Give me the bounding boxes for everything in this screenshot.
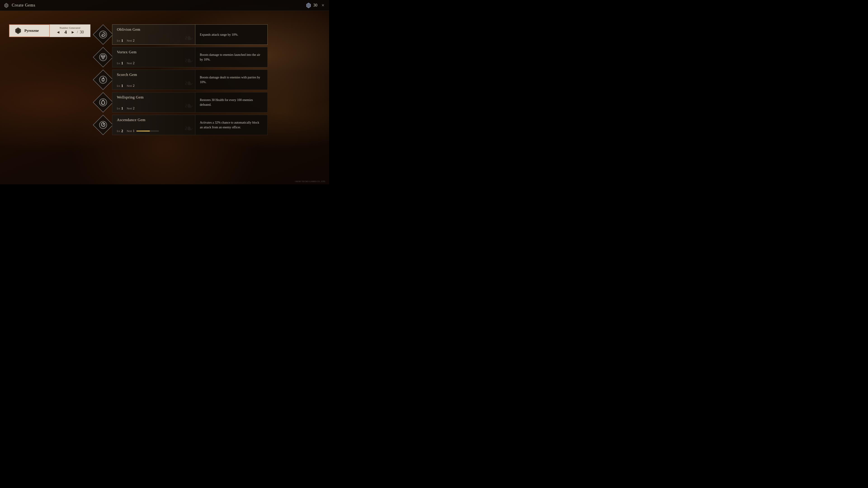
gem-name-4: Ascendance Gem xyxy=(117,118,191,122)
gem-name-0: Oblivion Gem xyxy=(117,27,191,32)
page-title: Create Gems xyxy=(12,3,35,8)
gem-next-label-3: Next xyxy=(127,107,132,110)
gem-footer-2: Lv. 1 Next 2 xyxy=(117,84,191,88)
gem-name-3: Wellspring Gem xyxy=(117,95,191,100)
gem-next-label-2: Next xyxy=(127,84,132,88)
gem-main-panel-3: Wellspring Gem Lv. 1 Next 2 ❧ xyxy=(112,92,195,112)
gem-next-val-1: 2 xyxy=(133,61,134,65)
topbar-gem-icon xyxy=(4,3,9,8)
topbar-right: 30 ✕ xyxy=(306,2,326,8)
gem-next-val-3: 2 xyxy=(133,107,134,110)
gem-list: Oblivion Gem Lv. 1 Next 2 ❧ Expands atta… xyxy=(96,24,268,135)
gem-desc-panel-0: Expands attack range by 10%. xyxy=(195,24,268,45)
gem-main-panel-2: Scorch Gem Lv. 1 Next 2 ❧ xyxy=(112,70,195,90)
gem-row[interactable]: Scorch Gem Lv. 1 Next 2 ❧ Boosts damage … xyxy=(96,70,268,90)
gem-icon-diamond-1 xyxy=(94,48,112,66)
gem-next-val-4: 1 xyxy=(133,129,134,133)
gem-description-1: Boosts damage to enemies launched into t… xyxy=(200,53,263,62)
currency-value: 30 xyxy=(313,3,317,8)
max-number: 30 xyxy=(80,30,84,35)
gem-description-4: Activates a 32% chance to automatically … xyxy=(200,120,263,130)
gem-icon-inner xyxy=(98,30,107,39)
increment-button[interactable]: ▶ xyxy=(71,30,75,35)
gem-icon-inner xyxy=(98,53,107,62)
gem-level-val-2: 1 xyxy=(121,84,123,88)
pyroxene-icon xyxy=(14,27,22,34)
svg-point-11 xyxy=(99,54,107,61)
number-generated-box: Number Generated ◀ 4 ▶ / 30 xyxy=(50,24,90,37)
gem-main-panel-0: Oblivion Gem Lv. 1 Next 2 ❧ xyxy=(112,24,195,45)
left-panel: Pyroxene Number Generated ◀ 4 ▶ / 30 xyxy=(9,24,90,37)
topbar-left: Create Gems xyxy=(4,3,35,8)
gem-type-label: Pyroxene xyxy=(24,29,39,33)
gem-level-val-4: 2 xyxy=(121,129,123,133)
gem-desc-panel-2: Boosts damage dealt to enemies with parr… xyxy=(195,70,268,90)
gem-next-label-1: Next xyxy=(127,62,132,65)
gem-icon-diamond-3 xyxy=(94,93,112,111)
gem-icon-inner xyxy=(98,121,107,129)
gem-icon-diamond-4 xyxy=(94,116,112,134)
gem-next-val-2: 2 xyxy=(133,84,134,88)
gem-level-label-1: Lv. xyxy=(117,62,121,65)
gem-level-label-4: Lv. xyxy=(117,129,121,133)
gem-type-box[interactable]: Pyroxene xyxy=(9,24,50,37)
gem-progress-fill-4 xyxy=(136,131,150,131)
topbar: Create Gems 30 ✕ xyxy=(0,0,329,11)
gem-row[interactable]: Wellspring Gem Lv. 1 Next 2 ❧ Restores 3… xyxy=(96,92,268,112)
separator: / xyxy=(77,30,78,34)
gem-footer-3: Lv. 1 Next 2 xyxy=(117,106,191,110)
current-number: 4 xyxy=(62,29,69,35)
currency-icon xyxy=(306,2,311,8)
decrement-button[interactable]: ◀ xyxy=(56,30,60,35)
gem-level-label-2: Lv. xyxy=(117,84,121,88)
gem-main-panel-1: Vortex Gem Lv. 1 Next 2 ❧ xyxy=(112,47,195,67)
main-content: Pyroxene Number Generated ◀ 4 ▶ / 30 xyxy=(0,11,329,184)
gem-level-val-3: 1 xyxy=(121,106,123,110)
gem-name-2: Scorch Gem xyxy=(117,72,191,77)
gem-next-val-0: 2 xyxy=(133,39,134,42)
svg-point-10 xyxy=(99,31,107,38)
number-generated-label: Number Generated xyxy=(60,26,81,29)
gem-level-label-3: Lv. xyxy=(117,107,121,110)
close-button[interactable]: ✕ xyxy=(320,3,326,8)
gem-selector: Pyroxene Number Generated ◀ 4 ▶ / 30 xyxy=(9,24,90,37)
gem-desc-panel-1: Boosts damage to enemies launched into t… xyxy=(195,47,268,67)
gem-next-label-0: Next xyxy=(127,39,132,42)
gem-level-label-0: Lv. xyxy=(117,39,121,42)
gem-level-val-0: 1 xyxy=(121,39,123,43)
gem-icon-diamond-0 xyxy=(94,26,112,43)
gem-name-1: Vortex Gem xyxy=(117,50,191,55)
gem-main-panel-4: Ascendance Gem Lv. 2 Next 1 ❧ xyxy=(112,115,195,135)
gem-footer-4: Lv. 2 Next 1 xyxy=(117,129,191,133)
gem-icon-diamond-2 xyxy=(94,71,112,89)
currency-display: 30 xyxy=(306,2,317,8)
number-controls: ◀ 4 ▶ / 30 xyxy=(56,29,84,35)
gem-row[interactable]: Oblivion Gem Lv. 1 Next 2 ❧ Expands atta… xyxy=(96,24,268,45)
gem-desc-panel-3: Restores 30 Health for every 100 enemies… xyxy=(195,92,268,112)
gem-desc-panel-4: Activates a 32% chance to automatically … xyxy=(195,115,268,135)
gem-description-0: Expands attack range by 10%. xyxy=(200,32,238,37)
gem-footer-1: Lv. 1 Next 2 xyxy=(117,61,191,65)
gem-level-val-1: 1 xyxy=(121,61,123,65)
gem-description-2: Boosts damage dealt to enemies with parr… xyxy=(200,75,263,85)
gem-row[interactable]: Ascendance Gem Lv. 2 Next 1 ❧ Activates … xyxy=(96,115,268,135)
gem-next-label-4: Next xyxy=(127,129,132,133)
gem-description-3: Restores 30 Health for every 100 enemies… xyxy=(200,98,263,107)
gem-footer-0: Lv. 1 Next 2 xyxy=(117,39,191,43)
gem-icon-inner xyxy=(98,98,107,107)
copyright: ©KOEI TECMO GAMES CO., LTD. xyxy=(295,180,326,183)
gem-progress-bar-4 xyxy=(136,131,159,131)
gem-row[interactable]: Vortex Gem Lv. 1 Next 2 ❧ Boosts damage … xyxy=(96,47,268,67)
gem-icon-inner xyxy=(98,75,107,84)
